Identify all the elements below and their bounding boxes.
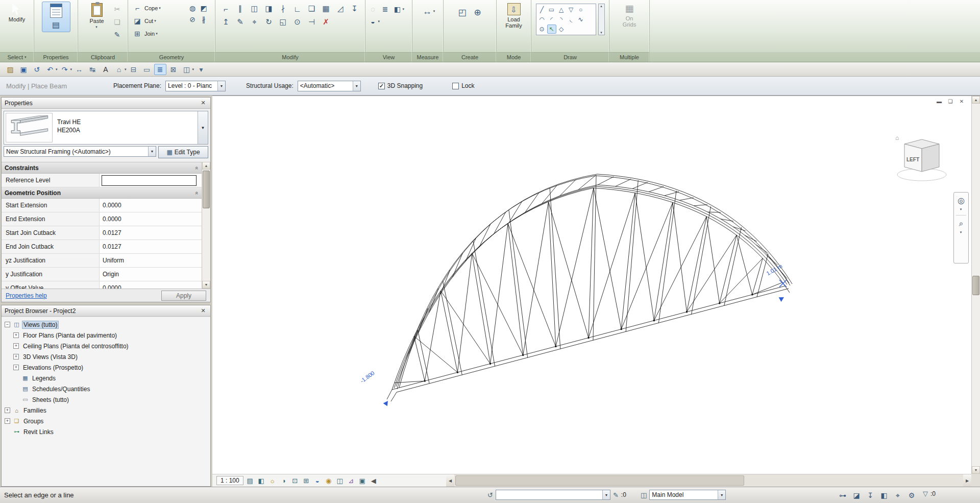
array-icon[interactable]: ▦ bbox=[320, 3, 332, 15]
thin-lines-icon[interactable]: ≣ bbox=[154, 64, 166, 75]
property-row[interactable]: y JustificationOrigin bbox=[2, 268, 202, 281]
draw-arc-start-end-icon[interactable]: ◠ bbox=[537, 15, 547, 24]
tree-expander-icon[interactable]: + bbox=[13, 332, 19, 338]
default-3d-view-caret[interactable]: ▾ bbox=[125, 67, 127, 71]
temporary-view-properties-group[interactable]: ◒▾ bbox=[368, 16, 380, 27]
viewcube[interactable]: ⌂ LEFT bbox=[891, 132, 952, 185]
select-underlay-icon[interactable]: ◪ bbox=[851, 490, 862, 501]
apply-button[interactable]: Apply bbox=[161, 291, 206, 301]
cut-geometry-caret[interactable]: ▾ bbox=[154, 19, 156, 23]
draw-scroll-up-icon[interactable]: ▴ bbox=[600, 4, 602, 8]
draw-line-icon[interactable]: ╱ bbox=[537, 5, 547, 14]
draw-circle-icon[interactable]: ○ bbox=[576, 5, 585, 14]
worksharing-display-icon[interactable]: ◫ bbox=[335, 475, 345, 486]
undo-group[interactable]: ↶▾ bbox=[44, 64, 58, 75]
aligned-dimension-icon[interactable]: ↹ bbox=[86, 64, 99, 75]
text-note-icon[interactable]: A bbox=[100, 64, 112, 75]
copy-element-icon[interactable]: ❏ bbox=[306, 3, 318, 15]
truss-model-graphic[interactable] bbox=[212, 96, 971, 474]
split-element-icon[interactable]: ∤ bbox=[277, 3, 289, 15]
tree-expander-icon[interactable]: − bbox=[5, 322, 10, 327]
tree-item[interactable]: −◫Views (tutto) bbox=[2, 319, 210, 330]
draw-arc-center-ends-icon[interactable]: ◜ bbox=[547, 15, 556, 24]
align-icon[interactable]: ⌐ bbox=[220, 3, 232, 15]
draw-ellipse-icon[interactable]: ⊙ bbox=[537, 25, 547, 34]
trim-extend-icon[interactable]: ∟ bbox=[291, 3, 304, 15]
3d-snapping-checkbox-box[interactable]: ✓ bbox=[378, 83, 385, 89]
detail-level-icon[interactable]: ▤ bbox=[245, 475, 255, 486]
show-crop-region-icon[interactable]: ⊞ bbox=[301, 475, 311, 486]
reveal-hidden-elements-icon[interactable]: ◉ bbox=[324, 475, 334, 486]
view-restore-icon[interactable]: ❏ bbox=[947, 99, 954, 104]
truss-members[interactable] bbox=[387, 174, 792, 401]
switch-windows-icon[interactable]: ◫ bbox=[181, 64, 193, 75]
draw-pick-lines-icon[interactable]: ↖ bbox=[547, 25, 556, 34]
select-by-face-icon[interactable]: ◧ bbox=[878, 490, 890, 501]
view-scale-button[interactable]: 1 : 100 bbox=[216, 476, 243, 485]
view-close-icon[interactable]: ✕ bbox=[958, 99, 965, 104]
properties-scroll-down-icon[interactable]: ▼ bbox=[202, 281, 210, 289]
switch-windows-caret[interactable]: ▾ bbox=[192, 67, 194, 71]
panel-label-multiple[interactable]: Multiple bbox=[609, 52, 649, 62]
scale-icon[interactable]: ◿ bbox=[334, 3, 347, 15]
property-value[interactable]: 0.0000 bbox=[100, 281, 202, 289]
tree-item[interactable]: +Ceiling Plans (Pianta del controsoffitt… bbox=[2, 341, 210, 351]
rotate-icon[interactable]: ↻ bbox=[263, 16, 275, 28]
select-pinned-icon[interactable]: ↧ bbox=[865, 490, 876, 501]
project-browser-title-bar[interactable]: Project Browser - Project2 ✕ bbox=[2, 305, 210, 317]
panel-label-select[interactable]: Select▾ bbox=[0, 52, 34, 62]
temporary-view-properties-caret[interactable]: ▾ bbox=[378, 19, 380, 23]
beam-wall-joins-icon[interactable]: ∦ bbox=[198, 14, 209, 25]
undo-caret[interactable]: ▾ bbox=[56, 67, 58, 71]
placement-plane-combo[interactable]: Level : 0 - Pianc ▼ bbox=[165, 81, 226, 91]
panel-label-modify[interactable]: Modify bbox=[215, 52, 365, 62]
draw-polygon-circumscribed-icon[interactable]: ▽ bbox=[567, 5, 576, 14]
tree-item-label[interactable]: Groups bbox=[22, 417, 45, 425]
group-collapse-icon[interactable]: « bbox=[194, 166, 200, 169]
tree-item[interactable]: +⌂Families bbox=[2, 405, 210, 416]
cope-button[interactable]: ⌐Cope▾ bbox=[131, 2, 186, 14]
design-options-combo[interactable]: Main Model ▼ bbox=[649, 490, 726, 500]
tree-item-label[interactable]: Floor Plans (Pianta del pavimento) bbox=[21, 331, 118, 340]
steering-wheel-caret[interactable]: ▾ bbox=[960, 207, 962, 211]
move-icon[interactable]: ⌖ bbox=[249, 16, 261, 28]
tree-expander-icon[interactable]: + bbox=[13, 365, 19, 370]
drawing-viewport[interactable]: ▬ ❏ ✕ ⌂ LEFT ◎ ▾ ⌕ ▾ -1.800 1.01 m bbox=[212, 96, 971, 474]
redo-caret[interactable]: ▾ bbox=[70, 67, 72, 71]
property-row[interactable]: Reference Level bbox=[2, 174, 202, 187]
tree-expander-icon[interactable]: + bbox=[5, 408, 10, 413]
measure-tool-icon[interactable]: ↔ bbox=[73, 64, 85, 75]
delete-icon[interactable]: ✗ bbox=[320, 16, 332, 28]
undo-icon[interactable]: ↶ bbox=[44, 64, 56, 75]
match-properties-icon[interactable]: ✎ bbox=[234, 16, 247, 28]
shadows-icon[interactable]: ◑ bbox=[279, 475, 289, 486]
tree-expander-icon[interactable]: + bbox=[13, 343, 19, 349]
tree-item[interactable]: ▦Legends bbox=[2, 373, 210, 384]
tree-item[interactable]: +Elevations (Prospetto) bbox=[2, 362, 210, 373]
pin-icon[interactable]: ↧ bbox=[349, 3, 361, 15]
visibility-graphics-icon[interactable]: ◧ bbox=[392, 4, 403, 15]
property-row[interactable]: yz JustificationUniform bbox=[2, 254, 202, 268]
design-options-caret-icon[interactable]: ▼ bbox=[718, 490, 725, 499]
worksets-icon[interactable]: ↺ bbox=[487, 491, 493, 499]
group-collapse-icon[interactable]: « bbox=[194, 191, 200, 194]
load-family-button[interactable]: ⇩ Load Family bbox=[500, 2, 528, 30]
match-type-properties-icon[interactable]: ✎ bbox=[112, 29, 123, 40]
property-row[interactable]: Start Extension0.0000 bbox=[2, 199, 202, 212]
tree-expander-icon[interactable]: + bbox=[5, 418, 10, 424]
sheet-icon[interactable]: ▭ bbox=[141, 64, 153, 75]
properties-title-bar[interactable]: Properties ✕ bbox=[2, 98, 210, 109]
draw-rectangle-icon[interactable]: ▭ bbox=[547, 5, 556, 14]
mirror-pick-axis-icon[interactable]: ◫ bbox=[249, 3, 261, 15]
paste-button[interactable]: Paste ▾ bbox=[83, 2, 111, 31]
v-scroll-up-icon[interactable]: ▲ bbox=[972, 96, 980, 104]
switch-windows-group[interactable]: ◫▾ bbox=[181, 64, 194, 75]
unpin-icon[interactable]: ↥ bbox=[220, 16, 232, 28]
tree-item-label[interactable]: Sheets (tutto) bbox=[31, 396, 70, 404]
tree-item[interactable]: +3D Views (Vista 3D) bbox=[2, 351, 210, 362]
tree-item-label[interactable]: Legends bbox=[31, 374, 57, 382]
family-type-combo[interactable]: New Structural Framing (<Automatic>) ▼ bbox=[4, 146, 156, 157]
cope-caret[interactable]: ▾ bbox=[159, 6, 161, 10]
open-icon[interactable]: ▨ bbox=[4, 64, 16, 75]
properties-close-icon[interactable]: ✕ bbox=[199, 99, 207, 107]
